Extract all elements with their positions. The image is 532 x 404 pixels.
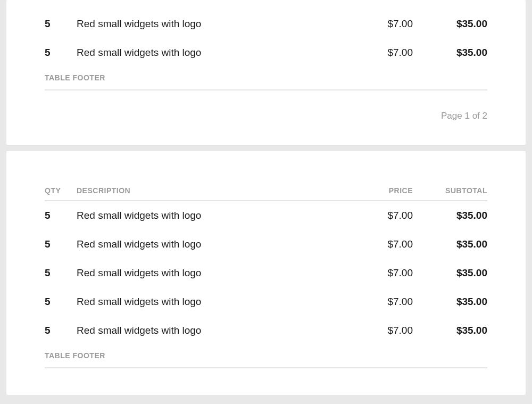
desc-cell: Red small widgets with logo xyxy=(77,210,338,221)
table-row: 5 Red small widgets with logo $7.00 $35.… xyxy=(45,38,487,67)
price-cell: $7.00 xyxy=(338,325,413,336)
table-footer-label: TABLE FOOTER xyxy=(45,67,487,90)
price-cell: $7.00 xyxy=(338,238,413,250)
qty-cell: 5 xyxy=(45,18,77,30)
price-cell: $7.00 xyxy=(338,210,413,221)
table-footer-label: TABLE FOOTER xyxy=(45,345,487,368)
subtotal-cell: $35.00 xyxy=(413,296,487,308)
table-header: QTY DESCRIPTION PRICE SUBTOTAL xyxy=(45,186,487,201)
desc-cell: Red small widgets with logo xyxy=(77,18,338,30)
invoice-page-2: QTY DESCRIPTION PRICE SUBTOTAL 5 Red sma… xyxy=(6,151,526,395)
desc-cell: Red small widgets with logo xyxy=(77,267,338,279)
price-cell: $7.00 xyxy=(338,18,413,30)
price-cell: $7.00 xyxy=(338,47,413,59)
subtotal-cell: $35.00 xyxy=(413,47,487,59)
table-row: 5 Red small widgets with logo $7.00 $35.… xyxy=(45,10,487,38)
qty-cell: 5 xyxy=(45,210,77,221)
header-qty: QTY xyxy=(45,186,77,195)
table-row: 5 Red small widgets with logo $7.00 $35.… xyxy=(45,230,487,259)
table-row: 5 Red small widgets with logo $7.00 $35.… xyxy=(45,201,487,230)
desc-cell: Red small widgets with logo xyxy=(77,325,338,336)
header-price: PRICE xyxy=(338,186,413,195)
table-row: 5 Red small widgets with logo $7.00 $35.… xyxy=(45,259,487,287)
qty-cell: 5 xyxy=(45,296,77,308)
table-row: 5 Red small widgets with logo $7.00 $35.… xyxy=(45,287,487,316)
subtotal-cell: $35.00 xyxy=(413,325,487,336)
subtotal-cell: $35.00 xyxy=(413,238,487,250)
desc-cell: Red small widgets with logo xyxy=(77,238,338,250)
subtotal-cell: $35.00 xyxy=(413,267,487,279)
desc-cell: Red small widgets with logo xyxy=(77,47,338,59)
price-cell: $7.00 xyxy=(338,296,413,308)
header-subtotal: SUBTOTAL xyxy=(413,186,487,195)
qty-cell: 5 xyxy=(45,47,77,59)
subtotal-cell: $35.00 xyxy=(413,18,487,30)
qty-cell: 5 xyxy=(45,238,77,250)
subtotal-cell: $35.00 xyxy=(413,210,487,221)
table-row: 5 Red small widgets with logo $7.00 $35.… xyxy=(45,316,487,345)
invoice-page-1: 5 Red small widgets with logo $7.00 $35.… xyxy=(6,0,526,145)
header-description: DESCRIPTION xyxy=(77,186,338,195)
price-cell: $7.00 xyxy=(338,267,413,279)
qty-cell: 5 xyxy=(45,325,77,336)
qty-cell: 5 xyxy=(45,267,77,279)
desc-cell: Red small widgets with logo xyxy=(77,296,338,308)
page-number: Page 1 of 2 xyxy=(45,111,487,121)
